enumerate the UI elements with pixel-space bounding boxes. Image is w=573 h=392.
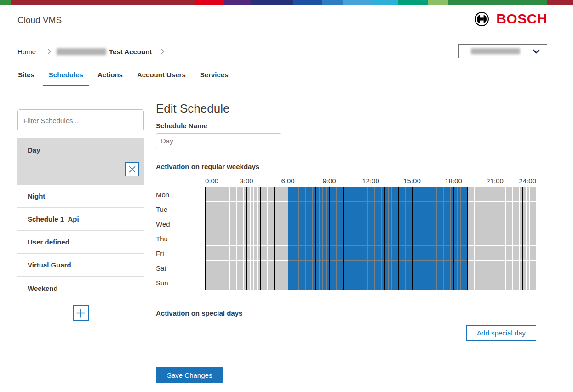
breadcrumb-home[interactable]: Home [17, 48, 36, 56]
bosch-wordmark: BOSCH [496, 11, 547, 27]
breadcrumb-redacted-text [57, 48, 106, 55]
day-label: Sat [156, 261, 170, 275]
dropdown-redacted-value [471, 48, 520, 54]
bosch-supergraphic [0, 0, 573, 5]
breadcrumb: Home Test Account [17, 47, 165, 56]
delete-schedule-button[interactable] [125, 162, 139, 176]
add-schedule-button[interactable] [73, 305, 89, 321]
schedule-item[interactable]: Virtual Guard [17, 254, 144, 277]
content: Day NightSchedule 1_ApiUser definedVirtu… [0, 86, 573, 383]
tab-schedules[interactable]: Schedules [43, 71, 89, 86]
weekdays-section-label: Activation on regular weekdays [156, 163, 558, 171]
account-selector-dropdown[interactable] [458, 44, 547, 58]
day-label: Wed [156, 216, 170, 231]
day-axis: MonTueWedThuFriSatSun [156, 187, 170, 290]
tab-actions[interactable]: Actions [92, 71, 128, 86]
page-header: Cloud VMS BOSCH Home Test Account [0, 5, 573, 69]
time-tick-label: 21:00 [486, 177, 504, 185]
breadcrumb-account[interactable]: Test Account [109, 48, 152, 56]
tab-services[interactable]: Services [195, 71, 234, 86]
time-tick-label: 15:00 [403, 177, 421, 185]
time-tick-label: 3:00 [240, 177, 253, 185]
time-tick-label: 6:00 [281, 177, 294, 185]
day-label: Fri [156, 246, 170, 261]
tab-sites[interactable]: Sites [12, 71, 40, 86]
schedule-name-label: Schedule Name [156, 122, 558, 130]
schedules-sidebar: Day NightSchedule 1_ApiUser definedVirtu… [17, 86, 144, 383]
add-special-day-button[interactable]: Add special day [466, 325, 536, 341]
bosch-anchor-icon [474, 11, 489, 27]
schedule-item-label: Day [28, 146, 144, 154]
tab-account-users[interactable]: Account Users [132, 71, 191, 86]
plus-icon [76, 308, 86, 318]
chevron-down-icon [533, 49, 540, 54]
app-title: Cloud VMS [17, 15, 62, 25]
day-label: Tue [156, 202, 170, 216]
filter-schedules-input[interactable] [17, 109, 144, 131]
time-tick-label: 24:00 [519, 177, 536, 185]
schedule-item[interactable]: Schedule 1_Api [17, 208, 144, 231]
schedule-grid[interactable] [205, 187, 536, 290]
day-label: Thu [156, 231, 170, 246]
day-label: Sun [156, 275, 170, 290]
schedule-item[interactable]: Weekend [17, 277, 144, 300]
time-tick-label: 18:00 [445, 177, 462, 185]
time-axis: 0:003:006:009:0012:0015:0018:0021:0024:0… [205, 177, 536, 187]
save-changes-button[interactable]: Save Changes [156, 367, 223, 383]
close-icon [128, 165, 136, 173]
chevron-right-icon [161, 49, 165, 54]
time-tick-label: 9:00 [322, 177, 336, 185]
weekly-schedule-grid: 0:003:006:009:0012:0015:0018:0021:0024:0… [156, 177, 536, 290]
day-label: Mon [156, 187, 170, 202]
schedule-name-input[interactable] [156, 133, 281, 148]
schedule-item-selected[interactable]: Day [17, 138, 144, 185]
chevron-right-icon [47, 49, 51, 54]
bosch-logo: BOSCH [474, 11, 547, 27]
time-tick-label: 0:00 [205, 177, 218, 185]
schedule-list: NightSchedule 1_ApiUser definedVirtual G… [17, 185, 144, 300]
schedule-item[interactable]: Night [17, 185, 144, 208]
time-tick-label: 12:00 [362, 177, 379, 185]
page-title: Edit Schedule [156, 102, 558, 115]
schedule-item[interactable]: User defined [17, 231, 144, 254]
edit-schedule-panel: Edit Schedule Schedule Name Activation o… [156, 86, 558, 383]
special-days-section-label: Activation on special days [156, 309, 558, 318]
divider [156, 352, 558, 352]
tab-bar: SitesSchedulesActionsAccount UsersServic… [0, 69, 573, 86]
